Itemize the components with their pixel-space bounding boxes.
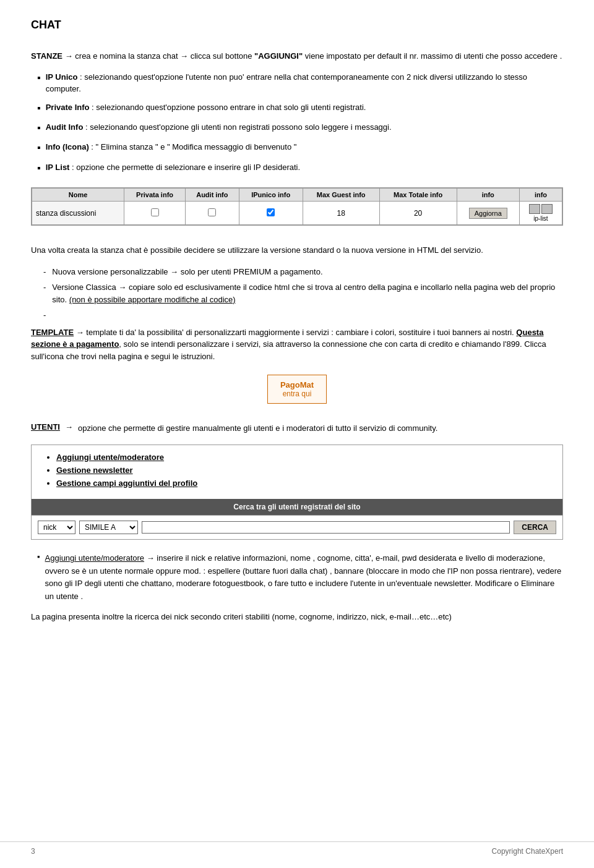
search-operator-select[interactable]: SIMILE A UGUALE A INIZIA CON [79, 521, 138, 534]
ip-list-label: ip-list [533, 215, 548, 222]
users-box: Aggiungi utente/moderatore Gestione news… [31, 445, 563, 540]
pagomat-bottom: entra qui [280, 389, 314, 398]
final-bullet-arrow: → [147, 553, 157, 563]
dash-list: - Nuova versione personalizzabile → solo… [43, 266, 563, 321]
pagomat-button[interactable]: PagoMat entra qui [267, 375, 327, 404]
link-gestione-newsletter[interactable]: Gestione newsletter [56, 466, 133, 475]
final-bullet-0: ▪ Aggiungi utente/moderatore → inserire … [31, 552, 563, 603]
col-audit: Audit info [185, 189, 239, 202]
cerca-button[interactable]: CERCA [514, 521, 556, 534]
row-audit[interactable] [185, 202, 239, 225]
dash-note-1: (non è possibile apportare modifiche al … [69, 295, 236, 304]
row-privata[interactable] [124, 202, 186, 225]
users-links-list: Aggiungi utente/moderatore Gestione news… [44, 453, 550, 488]
link-gestione-campi[interactable]: Gestione campi aggiuntivi del profilo [56, 479, 197, 488]
ip-list-icons [529, 204, 553, 214]
col-maxguest: Max Guest info [303, 189, 379, 202]
list-item: Aggiungi utente/moderatore [56, 453, 550, 462]
bullet-ip-unico: ▪ IP Unico : selezionando quest'opzione … [31, 71, 563, 95]
template-section: TEMPLATE → template ti da' la possibilit… [31, 326, 563, 363]
bullet-marker: ▪ [37, 71, 41, 95]
pagomat-wrapper: PagoMat entra qui [31, 375, 563, 404]
row-ipunico[interactable] [239, 202, 303, 225]
checkbox-privata[interactable] [151, 208, 159, 216]
stanze-section: STANZE → crea e nomina la stanza chat → … [31, 50, 563, 62]
dash-marker: - [43, 281, 46, 305]
dash-item-0: - Nuova versione personalizzabile → solo… [43, 266, 563, 278]
checkbox-ipunico[interactable] [267, 208, 275, 216]
bullet-private-info-content: Private Info : selezionando quest'opzion… [46, 101, 366, 115]
dash-item-2: - [43, 309, 563, 321]
col-privata: Privata info [124, 189, 186, 202]
table-row: stanza discussioni 18 20 Aggiorna [32, 202, 562, 225]
checkbox-audit[interactable] [208, 208, 216, 216]
bullet-private-info: ▪ Private Info : selezionando quest'opzi… [31, 101, 563, 115]
search-field-select[interactable]: nick email nome [38, 521, 75, 534]
bullet-marker: ▪ [37, 121, 41, 135]
dash-marker: - [43, 266, 46, 278]
users-box-links: Aggiungi utente/moderatore Gestione news… [32, 445, 562, 499]
footer-page-number: 3 [31, 847, 35, 856]
chat-table-wrapper: Nome Privata info Audit info IPunico inf… [31, 187, 563, 226]
stanze-text: crea e nomina la stanza chat → clicca su… [75, 51, 562, 61]
row-maxguest: 18 [303, 202, 379, 225]
pagomat-top: PagoMat [280, 380, 314, 389]
footer-copyright: Copyright ChateXpert [492, 847, 563, 856]
chat-table: Nome Privata info Audit info IPunico inf… [32, 188, 562, 225]
search-text-input[interactable] [142, 521, 510, 534]
bullet-audit-info-content: Audit Info : selezionando quest'opzione … [46, 121, 392, 135]
users-search-inputs: nick email nome SIMILE A UGUALE A INIZIA… [32, 515, 562, 539]
utenti-label: UTENTI [31, 422, 60, 432]
utenti-desc: opzione che permette di gestire manualme… [78, 422, 437, 435]
template-text1: template ti da' la possibilita' di perso… [86, 328, 516, 337]
aggiorna-button[interactable]: Aggiorna [469, 208, 507, 219]
row-maxtotale: 20 [379, 202, 457, 225]
bullet-ip-list: ▪ IP List : opzione che permette di sele… [31, 161, 563, 175]
final-bullets: ▪ Aggiungi utente/moderatore → inserire … [31, 552, 563, 603]
template-arrow: → [76, 328, 87, 337]
users-search-bar: Cerca tra gli utenti registrati del sito [32, 499, 562, 515]
dash-marker: - [43, 309, 46, 321]
col-maxtotale: Max Totale info [379, 189, 457, 202]
utenti-arrow: → [65, 422, 73, 432]
row-iplist[interactable]: ip-list [519, 202, 562, 225]
bullet-ip-unico-content: IP Unico : selezionando quest'opzione l'… [46, 71, 563, 95]
bullet-marker: ▪ [37, 101, 41, 115]
row-aggiorna[interactable]: Aggiorna [457, 202, 519, 225]
ip-icon-1[interactable] [529, 204, 540, 214]
stanze-arrow: → [65, 51, 75, 61]
page-title: CHAT [31, 19, 563, 32]
dash-item-1: - Versione Classica → copiare solo ed es… [43, 281, 563, 305]
bullet-marker: ▪ [37, 552, 40, 603]
bullet-ip-list-content: IP List : opzione che permette di selezi… [46, 161, 300, 175]
list-item: Gestione campi aggiuntivi del profilo [56, 479, 550, 488]
ip-icon-2[interactable] [541, 204, 553, 214]
col-info2: info [519, 189, 562, 202]
link-aggiungi-utente[interactable]: Aggiungi utente/moderatore [56, 453, 164, 462]
row-name: stanza discussioni [32, 202, 124, 225]
col-info1: info [457, 189, 519, 202]
bullet-marker: ▪ [37, 161, 41, 175]
dash-text-1: Versione Classica → copiare solo ed escl… [52, 281, 563, 305]
template-label: TEMPLATE [31, 328, 74, 337]
after-table-text: Una volta creata la stanza chat è possib… [31, 244, 563, 257]
bullets-section: ▪ IP Unico : selezionando quest'opzione … [31, 71, 563, 176]
bullet-marker: ▪ [37, 141, 41, 155]
dash-text-0: Nuova versione personalizzabile → solo p… [52, 266, 322, 278]
col-nome: Nome [32, 189, 124, 202]
bullet-info-icona-content: Info (Icona) : " Elimina stanza " e " Mo… [46, 141, 297, 155]
ip-list-cell: ip-list [523, 204, 558, 222]
final-text: La pagina presenta inoltre la ricerca de… [31, 611, 563, 624]
stanze-label: STANZE [31, 51, 62, 61]
page-footer: 3 Copyright ChateXpert [0, 841, 594, 856]
col-ipunico: IPunico info [239, 189, 303, 202]
final-bullet-label: Aggiungi utente/moderatore [45, 553, 144, 563]
list-item: Gestione newsletter [56, 466, 550, 475]
utenti-section: UTENTI → opzione che permette di gestire… [31, 422, 563, 435]
bullet-info-icona: ▪ Info (Icona) : " Elimina stanza " e " … [31, 141, 563, 155]
bullet-audit-info: ▪ Audit Info : selezionando quest'opzion… [31, 121, 563, 135]
final-bullet-content-0: Aggiungi utente/moderatore → inserire il… [45, 552, 563, 603]
